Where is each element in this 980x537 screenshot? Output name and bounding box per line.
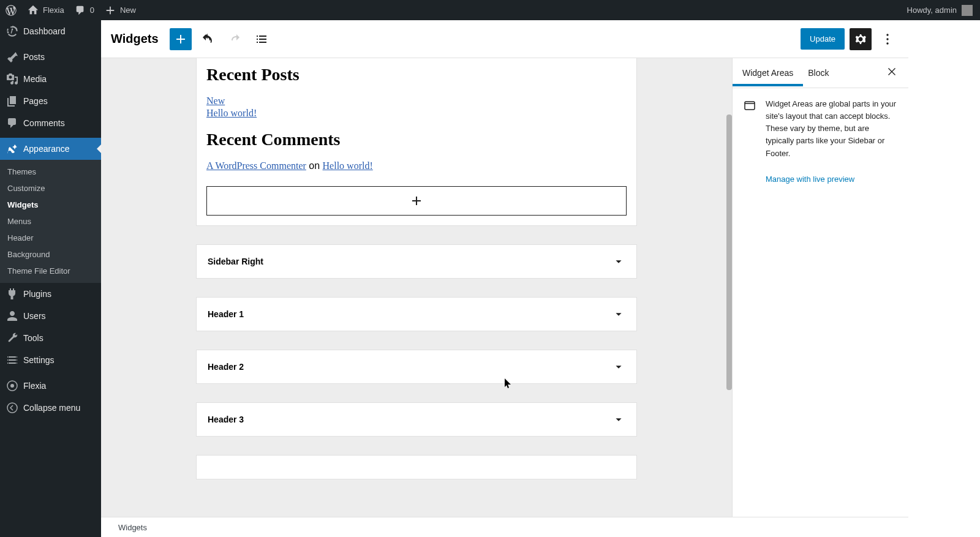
menu-tools[interactable]: Tools bbox=[0, 327, 101, 349]
sliders-icon bbox=[6, 354, 18, 366]
tab-block[interactable]: Block bbox=[808, 68, 829, 86]
panel-title: Header 3 bbox=[208, 415, 244, 424]
recent-posts-heading: Recent Posts bbox=[206, 65, 627, 84]
comment-post-link[interactable]: Hello world! bbox=[323, 160, 373, 171]
new-label: New bbox=[120, 6, 136, 15]
comment-icon bbox=[74, 4, 86, 17]
menu-media[interactable]: Media bbox=[0, 68, 101, 90]
chevron-down-icon bbox=[612, 413, 625, 426]
svg-point-5 bbox=[886, 42, 888, 44]
svg-point-3 bbox=[886, 34, 888, 36]
submenu-themes[interactable]: Themes bbox=[0, 163, 101, 180]
recent-comment: A WordPress Commenter on Hello world! bbox=[206, 160, 627, 171]
site-name: Flexia bbox=[43, 6, 64, 15]
admin-menu: Dashboard Posts Media Pages Comments App… bbox=[0, 20, 101, 537]
comments-count: 0 bbox=[90, 6, 94, 15]
sidebar-tabs: Widget Areas Block bbox=[733, 58, 908, 88]
appearance-submenu: Themes Customize Widgets Menus Header Ba… bbox=[0, 160, 101, 283]
greeting[interactable]: Howdy, admin bbox=[907, 6, 957, 15]
admin-bar: Flexia 0 New Howdy, admin bbox=[0, 0, 980, 20]
plus-icon bbox=[409, 193, 424, 208]
list-view-button[interactable] bbox=[251, 28, 273, 50]
panel-title: Header 2 bbox=[208, 362, 244, 372]
user-icon bbox=[6, 310, 18, 322]
plugin-icon bbox=[6, 288, 18, 300]
comments-icon bbox=[6, 117, 18, 129]
widget-area-panel[interactable]: Header 2 bbox=[196, 350, 637, 384]
wp-logo[interactable] bbox=[0, 0, 22, 20]
widget-area-open: Recent Posts New Hello world! Recent Com… bbox=[196, 58, 637, 226]
svg-point-4 bbox=[886, 38, 888, 40]
menu-collapse[interactable]: Collapse menu bbox=[0, 397, 101, 419]
media-icon bbox=[6, 73, 18, 85]
submenu-widgets[interactable]: Widgets bbox=[0, 197, 101, 213]
dashboard-icon bbox=[6, 25, 18, 37]
update-button[interactable]: Update bbox=[801, 28, 845, 50]
comment-author-link[interactable]: A WordPress Commenter bbox=[206, 160, 306, 171]
add-block-button[interactable] bbox=[170, 28, 192, 50]
breadcrumb-bar: Widgets bbox=[101, 517, 908, 537]
redo-button[interactable] bbox=[224, 28, 246, 50]
pin-icon bbox=[6, 51, 18, 63]
panel-title: Sidebar Right bbox=[208, 257, 263, 266]
post-link[interactable]: Hello world! bbox=[206, 108, 627, 119]
menu-posts[interactable]: Posts bbox=[0, 46, 101, 68]
editor-canvas: Recent Posts New Hello world! Recent Com… bbox=[101, 58, 732, 517]
comment-connector: on bbox=[306, 160, 323, 171]
widget-areas-icon bbox=[742, 98, 757, 160]
undo-button[interactable] bbox=[197, 28, 219, 50]
new-content-link[interactable]: New bbox=[99, 0, 141, 20]
widget-area-panel[interactable]: Header 3 bbox=[196, 402, 637, 437]
menu-users[interactable]: Users bbox=[0, 305, 101, 327]
submenu-customize[interactable]: Customize bbox=[0, 180, 101, 197]
sidebar-description: Widget Areas are global parts in your si… bbox=[766, 98, 899, 160]
settings-button[interactable] bbox=[850, 28, 872, 50]
widget-area-panel[interactable]: Sidebar Right bbox=[196, 244, 637, 279]
menu-settings[interactable]: Settings bbox=[0, 349, 101, 371]
menu-comments[interactable]: Comments bbox=[0, 112, 101, 134]
chevron-down-icon bbox=[612, 255, 625, 268]
recent-posts-list: New Hello world! bbox=[206, 96, 627, 119]
recent-comments-heading: Recent Comments bbox=[206, 130, 627, 149]
close-sidebar-button[interactable] bbox=[885, 65, 899, 81]
add-block-appender[interactable] bbox=[206, 186, 627, 216]
editor-header: Widgets Update bbox=[101, 20, 908, 58]
comments-link[interactable]: 0 bbox=[69, 0, 99, 20]
avatar[interactable] bbox=[962, 5, 973, 16]
widget-area-panel[interactable]: Header 1 bbox=[196, 297, 637, 331]
menu-pages[interactable]: Pages bbox=[0, 90, 101, 112]
breadcrumb-item[interactable]: Widgets bbox=[118, 523, 147, 532]
brush-icon bbox=[6, 143, 18, 155]
menu-dashboard[interactable]: Dashboard bbox=[0, 20, 101, 42]
submenu-theme-file-editor[interactable]: Theme File Editor bbox=[0, 263, 101, 279]
menu-appearance[interactable]: Appearance bbox=[0, 138, 101, 160]
chevron-down-icon bbox=[612, 307, 625, 321]
editor-title: Widgets bbox=[111, 32, 159, 46]
plus-icon bbox=[104, 4, 116, 17]
post-link[interactable]: New bbox=[206, 96, 627, 107]
home-icon bbox=[27, 4, 39, 17]
settings-sidebar: Widget Areas Block Widget Areas are glob… bbox=[732, 58, 908, 517]
wordpress-icon bbox=[5, 4, 17, 17]
manage-live-preview-link[interactable]: Manage with live preview bbox=[756, 175, 908, 184]
widget-area-panel[interactable] bbox=[196, 455, 637, 479]
svg-point-2 bbox=[7, 403, 17, 413]
menu-flexia[interactable]: Flexia bbox=[0, 375, 101, 397]
page-icon bbox=[6, 95, 18, 107]
svg-point-1 bbox=[10, 384, 14, 388]
svg-rect-6 bbox=[745, 102, 755, 110]
site-link[interactable]: Flexia bbox=[22, 0, 69, 20]
flexia-icon bbox=[6, 380, 18, 392]
options-button[interactable] bbox=[876, 28, 899, 50]
tab-widget-areas[interactable]: Widget Areas bbox=[742, 68, 793, 86]
collapse-icon bbox=[6, 402, 18, 414]
scrollbar-thumb[interactable] bbox=[726, 115, 732, 390]
submenu-menus[interactable]: Menus bbox=[0, 213, 101, 230]
menu-plugins[interactable]: Plugins bbox=[0, 283, 101, 305]
panel-title: Header 1 bbox=[208, 309, 244, 319]
right-gutter bbox=[908, 20, 980, 537]
wrench-icon bbox=[6, 332, 18, 344]
submenu-header[interactable]: Header bbox=[0, 230, 101, 246]
submenu-background[interactable]: Background bbox=[0, 246, 101, 263]
chevron-down-icon bbox=[612, 360, 625, 374]
